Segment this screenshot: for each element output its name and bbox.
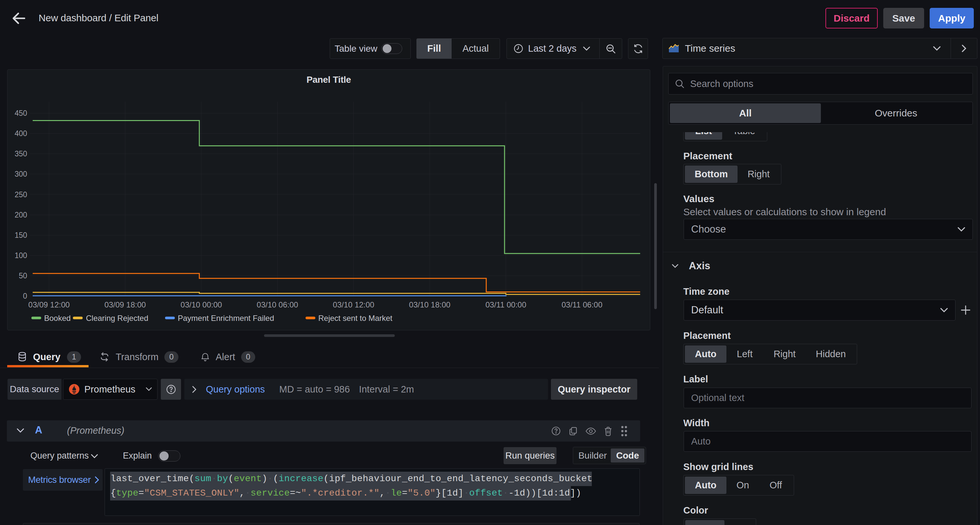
svg-text:Clearing Rejected: Clearing Rejected: [86, 314, 148, 322]
svg-text:Reject sent to Market: Reject sent to Market: [318, 314, 393, 322]
svg-text:300: 300: [15, 170, 27, 178]
svg-text:03/09 18:00: 03/09 18:00: [105, 300, 146, 309]
svg-text:450: 450: [15, 109, 27, 117]
svg-text:250: 250: [15, 190, 27, 199]
svg-text:03/11 00:00: 03/11 00:00: [485, 300, 526, 309]
svg-text:03/10 00:00: 03/10 00:00: [181, 300, 222, 309]
svg-text:Payment Enrichment Failed: Payment Enrichment Failed: [178, 314, 274, 322]
svg-text:100: 100: [15, 251, 27, 260]
svg-text:03/09 12:00: 03/09 12:00: [29, 300, 70, 309]
svg-text:50: 50: [19, 271, 27, 280]
svg-text:03/10 18:00: 03/10 18:00: [409, 300, 450, 309]
svg-text:03/10 06:00: 03/10 06:00: [257, 300, 298, 309]
svg-text:400: 400: [15, 129, 27, 138]
svg-text:03/11 06:00: 03/11 06:00: [562, 300, 602, 309]
svg-text:0: 0: [23, 292, 27, 300]
svg-text:200: 200: [15, 211, 27, 219]
svg-text:Booked: Booked: [44, 314, 71, 322]
svg-text:350: 350: [15, 150, 27, 158]
svg-text:03/10 12:00: 03/10 12:00: [333, 300, 374, 309]
svg-text:150: 150: [15, 231, 27, 239]
